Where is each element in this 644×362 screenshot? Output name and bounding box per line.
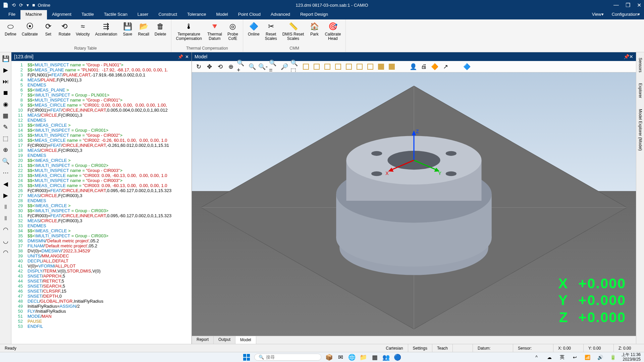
code-line[interactable]: 35$$<\MULTI_INSPECT = Group - CIR003> [11, 233, 192, 238]
model-tool-6[interactable]: 🔍- [258, 62, 268, 71]
tray-icon-3[interactable]: ↩ [571, 353, 579, 362]
ribbon-acceleration-button[interactable]: ⇶Acceleration [93, 21, 119, 45]
ribbon-rotate-button[interactable]: ⟲Rotate [57, 21, 72, 45]
code-line[interactable]: 4MEAS/PLANE,F(PLN001),3 [11, 77, 192, 82]
tray-icon-4[interactable]: 英 [558, 353, 567, 362]
model-tool-11[interactable] [312, 62, 321, 71]
code-line[interactable]: 17F(CIR002)=FEAT/CIRCLE,INNER,CART,-0.26… [11, 143, 192, 148]
code-line[interactable]: 14$$<\MULTI_INSPECT = Group - CIR001> [11, 128, 192, 133]
code-line[interactable]: 2$$<MEAS_PLANE name = "PLN001: -17.92, -… [11, 67, 192, 72]
qat-icon[interactable]: ■ [32, 2, 35, 8]
ribbon-calibrate-button[interactable]: 🎯Calibrate Head [323, 21, 343, 45]
model-tool-21[interactable]: 🖨 [419, 62, 429, 71]
code-line[interactable]: 50FLY/InitialFlyRadius [11, 309, 192, 314]
model-tool-18[interactable] [387, 62, 396, 71]
menu-tab-model[interactable]: Model [211, 10, 233, 19]
menu-tab-tactile-scan[interactable]: Tactile Scan [99, 10, 132, 19]
qat-icon[interactable]: ▾ [26, 2, 29, 8]
code-line[interactable]: 46SNSET/CLRSRF,15 [11, 289, 192, 294]
ribbon-define-button[interactable]: ⬭Define [3, 21, 18, 45]
ribbon-recall-button[interactable]: 📂Recall [136, 21, 151, 45]
code-line[interactable]: 42DISPLY/TERM,V(0),STOR,DMIS,V(0) [11, 268, 192, 274]
left-tool-8[interactable]: ⊕ [1, 145, 10, 154]
ribbon-velocity-button[interactable]: ≈Velocity [74, 21, 92, 45]
code-line[interactable]: 38DV(0)=DMESWV/'2022,3,34529' [11, 248, 192, 253]
pin-icon[interactable]: 📌 [178, 54, 183, 59]
model-tab-report[interactable]: Report [192, 336, 214, 344]
code-line[interactable]: 24$$<MULTI_INSPECT name = "Group - CIR00… [11, 178, 192, 183]
left-tool-11[interactable]: ◀ [1, 180, 10, 188]
model-tool-1[interactable]: ✥ [205, 62, 214, 71]
taskbar-app-5[interactable]: 👥 [382, 353, 390, 362]
menu-tab-point-cloud[interactable]: Point Cloud [233, 10, 266, 19]
code-line[interactable]: 37FILNAM/'Default metric project',05.2 [11, 243, 192, 248]
left-tool-5[interactable]: ▦ [1, 111, 10, 120]
tray-icon-6[interactable]: ^ [532, 353, 541, 362]
ribbon-calibrate-button[interactable]: ⦿Calibrate [20, 21, 40, 45]
code-line[interactable]: 13$$<\MEAS_CIRCLE > [11, 123, 192, 128]
side-tab-explorer[interactable]: Explorer [637, 81, 643, 100]
taskbar-clock[interactable]: 上午 11:36 2023/8/25 [622, 353, 641, 361]
code-line[interactable]: 48DECL/GLOBAL,INTGR,InitialFlyRadius [11, 299, 192, 304]
code-line[interactable]: 19ENDMES [11, 153, 192, 158]
code-line[interactable]: 12ENDMES [11, 118, 192, 123]
menu-tab-construct[interactable]: Construct [153, 10, 182, 19]
side-tab-model-explorer-model-[interactable]: Model Explorer (Model) [637, 107, 643, 153]
code-editor[interactable]: 1$$<MULTI_INSPECT name = "Group - PLN001… [11, 61, 192, 344]
taskbar-search[interactable]: 🔍 [254, 354, 321, 361]
left-tool-15[interactable]: ◠ [1, 225, 10, 234]
menu-tab-tolerance[interactable]: Tolerance [182, 10, 211, 19]
model-tool-2[interactable]: ⟲ [215, 62, 225, 71]
code-line[interactable]: 40DECPL/ALL,DEFALT [11, 258, 192, 263]
code-line[interactable]: 8$$<MULTI_INSPECT name = "Group - CIR001… [11, 98, 192, 103]
model-tool-8[interactable]: 🔎 [280, 62, 289, 71]
code-line[interactable]: 9$$<MEAS_CIRCLE name = "CIR001: 0.00, 0.… [11, 103, 192, 108]
ribbon-dmis-reset-button[interactable]: 📏DMIS Reset Scales [280, 21, 306, 45]
status-teach[interactable]: Teach [432, 344, 453, 352]
code-line[interactable]: 51MODE/MAN [11, 314, 192, 319]
ribbon-set-button[interactable]: ⟳Set [41, 21, 55, 45]
menu-right-view▾[interactable]: View▾ [588, 10, 608, 19]
model-tool-3[interactable]: ⊕ [226, 62, 235, 71]
code-line[interactable]: 32MEAS/CIRCLE,F(CIR003),3 [11, 218, 192, 223]
code-line[interactable]: 21$$<\MULTI_INSPECT = Group - CIR002> [11, 163, 192, 168]
model-tool-22[interactable]: 🔶 [430, 62, 439, 71]
qat-icon[interactable]: ⟲ [12, 2, 16, 8]
model-tool-16[interactable] [366, 62, 375, 71]
code-line[interactable]: 36DMISMN/'Default metric project',05.2 [11, 238, 192, 243]
model-tool-4[interactable]: 🔍+ [237, 62, 246, 71]
left-tool-6[interactable]: ✎ [1, 123, 10, 131]
left-tool-0[interactable]: 💾 [1, 54, 10, 63]
code-line[interactable]: 22$$<MULTI_INSPECT name = "Group - CIR00… [11, 168, 192, 173]
tray-icon-5[interactable]: ☁ [545, 353, 554, 362]
model-tool-25[interactable]: 🔷 [462, 62, 472, 71]
ribbon-save-button[interactable]: 💾Save [120, 21, 135, 45]
code-line[interactable]: 5ENDMES [11, 82, 192, 87]
left-tool-12[interactable]: ▶ [1, 191, 10, 200]
model-tool-15[interactable] [355, 62, 364, 71]
menu-tab-alignment[interactable]: Alignment [47, 10, 76, 19]
tray-icon-1[interactable]: 🔊 [596, 353, 605, 362]
menu-tab-machine[interactable]: Machine [20, 10, 47, 19]
code-line[interactable]: 43SNSET/APPRCH,5 [11, 274, 192, 279]
code-line[interactable]: 7$$<\MULTI_INSPECT = Group - PLN001> [11, 93, 192, 98]
model-tool-14[interactable] [344, 62, 354, 71]
left-tool-1[interactable]: ▶ [1, 66, 10, 74]
code-line[interactable]: 20$$<\MEAS_CIRCLE > [11, 158, 192, 163]
ribbon-online-button[interactable]: 🔷Online [246, 21, 262, 45]
ribbon-park-button[interactable]: 🏠Park [307, 21, 321, 45]
model-tool-23[interactable]: ↗ [441, 62, 450, 71]
taskbar-app-1[interactable]: ✉ [336, 353, 345, 362]
model-tool-10[interactable] [301, 62, 311, 71]
left-tool-4[interactable]: ◉ [1, 100, 10, 109]
search-input[interactable] [266, 355, 300, 360]
menu-tab-tactile[interactable]: Tactile [76, 10, 99, 19]
side-tab-sensors[interactable]: Sensors [637, 56, 643, 74]
left-tool-16[interactable]: ◡ [1, 237, 10, 245]
model-tab-model[interactable]: Model [235, 336, 256, 344]
code-line[interactable]: 31F(CIR003)=FEAT/CIRCLE,INNER,CART,0.095… [11, 213, 192, 218]
model-tool-24[interactable] [451, 62, 461, 71]
left-tool-10[interactable]: ⋯ [1, 168, 10, 177]
status-cartesian[interactable]: Cartesian [381, 344, 408, 352]
close-button[interactable]: ✕ [637, 2, 641, 8]
